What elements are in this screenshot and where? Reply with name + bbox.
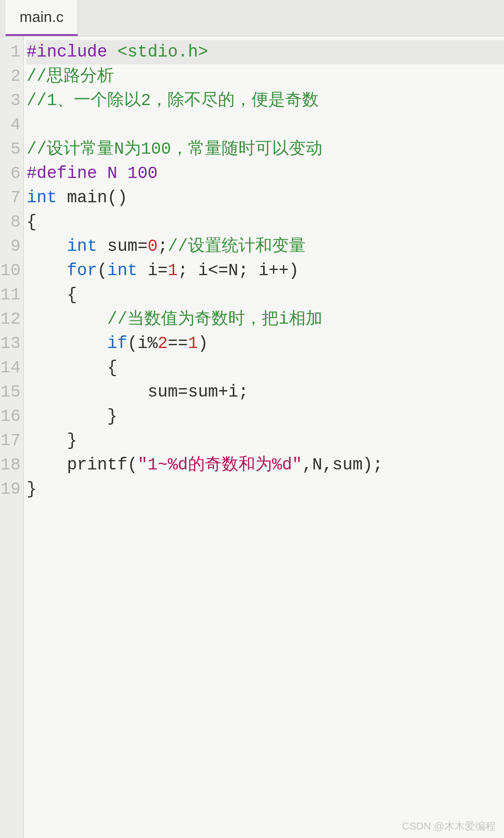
line-number: 4 bbox=[0, 113, 23, 137]
code-token: //设置统计和变量 bbox=[168, 234, 305, 259]
code-token: i= bbox=[138, 259, 168, 283]
code-editor: 12345678910111213141516171819 #include <… bbox=[0, 36, 504, 838]
code-token: { bbox=[27, 210, 37, 234]
code-line[interactable]: printf("1~%d的奇数和为%d",N,sum); bbox=[27, 453, 504, 477]
code-token: ) bbox=[198, 332, 208, 356]
watermark: CSDN @木木爱编程 bbox=[402, 819, 496, 833]
code-token bbox=[27, 307, 107, 332]
code-token: 0 bbox=[147, 234, 158, 259]
line-number: 13 bbox=[0, 332, 23, 356]
code-token: 2 bbox=[158, 332, 168, 356]
code-line[interactable]: } bbox=[27, 405, 504, 429]
code-token: ( bbox=[97, 259, 107, 283]
line-number-gutter: 12345678910111213141516171819 bbox=[0, 36, 23, 838]
code-token: { bbox=[27, 283, 77, 307]
line-number: 15 bbox=[0, 380, 23, 405]
code-token: sum= bbox=[97, 234, 147, 259]
code-token: ,N,sum); bbox=[302, 453, 383, 477]
line-number: 17 bbox=[0, 429, 23, 453]
code-token: #define N 100 bbox=[27, 162, 158, 186]
code-token: main() bbox=[57, 186, 127, 210]
code-line[interactable]: { bbox=[27, 210, 504, 234]
tab-main-c[interactable]: main.c bbox=[6, 0, 78, 36]
code-token: //思路分析 bbox=[27, 64, 114, 89]
line-number: 18 bbox=[0, 453, 23, 477]
tab-bar: main.c bbox=[0, 0, 504, 36]
code-line[interactable]: { bbox=[27, 283, 504, 307]
code-line[interactable]: //当数值为奇数时，把i相加 bbox=[27, 307, 504, 332]
line-number: 3 bbox=[0, 89, 23, 113]
line-number: 7 bbox=[0, 186, 23, 210]
code-token: int bbox=[27, 186, 57, 210]
line-number: 11 bbox=[0, 283, 23, 307]
line-number: 16 bbox=[0, 405, 23, 429]
code-token bbox=[27, 234, 67, 259]
code-token: ; bbox=[158, 234, 168, 259]
code-token: <stdio.h> bbox=[117, 40, 208, 64]
line-number: 5 bbox=[0, 137, 23, 162]
code-token: == bbox=[168, 332, 188, 356]
code-token: ; i<=N; i++) bbox=[178, 259, 299, 283]
code-token: printf( bbox=[27, 453, 138, 477]
code-line[interactable]: { bbox=[27, 356, 504, 380]
code-token: int bbox=[67, 234, 97, 259]
code-token: #include bbox=[27, 40, 117, 64]
code-line[interactable]: //思路分析 bbox=[27, 64, 504, 89]
code-line[interactable]: int main() bbox=[27, 186, 504, 210]
code-line[interactable]: } bbox=[27, 477, 504, 502]
code-token: //1、一个除以2，除不尽的，便是奇数 bbox=[27, 89, 319, 113]
code-token bbox=[27, 259, 67, 283]
code-line[interactable]: for(int i=1; i<=N; i++) bbox=[27, 259, 504, 283]
line-number: 8 bbox=[0, 210, 23, 234]
code-token: //设计常量N为100，常量随时可以变动 bbox=[27, 137, 322, 162]
code-token: if bbox=[107, 332, 127, 356]
code-line[interactable]: } bbox=[27, 429, 504, 453]
code-token: "1~%d的奇数和为%d" bbox=[138, 453, 302, 477]
code-line[interactable]: //1、一个除以2，除不尽的，便是奇数 bbox=[27, 89, 504, 113]
code-token: int bbox=[107, 259, 138, 283]
code-line[interactable]: //设计常量N为100，常量随时可以变动 bbox=[27, 137, 504, 162]
code-line[interactable]: sum=sum+i; bbox=[27, 380, 504, 405]
line-number: 6 bbox=[0, 162, 23, 186]
line-number: 10 bbox=[0, 259, 23, 283]
code-token: } bbox=[27, 429, 77, 453]
code-line[interactable]: if(i%2==1) bbox=[27, 332, 504, 356]
code-line[interactable]: int sum=0;//设置统计和变量 bbox=[27, 234, 504, 259]
code-token: { bbox=[27, 356, 117, 380]
code-token: } bbox=[27, 405, 117, 429]
code-token: } bbox=[27, 477, 37, 502]
code-line[interactable] bbox=[27, 113, 504, 137]
code-line[interactable]: #define N 100 bbox=[27, 162, 504, 186]
line-number: 2 bbox=[0, 64, 23, 89]
line-number: 14 bbox=[0, 356, 23, 380]
code-token: sum=sum+i; bbox=[27, 380, 248, 405]
code-token: //当数值为奇数时，把i相加 bbox=[107, 307, 322, 332]
line-number: 19 bbox=[0, 477, 23, 502]
code-token: (i% bbox=[127, 332, 158, 356]
code-line[interactable]: #include <stdio.h> bbox=[27, 40, 504, 64]
line-number: 1 bbox=[0, 40, 23, 64]
code-token: 1 bbox=[188, 332, 198, 356]
line-number: 9 bbox=[0, 234, 23, 259]
code-token bbox=[27, 332, 107, 356]
code-area[interactable]: #include <stdio.h>//思路分析//1、一个除以2，除不尽的，便… bbox=[23, 36, 504, 838]
code-token: 1 bbox=[168, 259, 178, 283]
code-token: for bbox=[67, 259, 97, 283]
line-number: 12 bbox=[0, 307, 23, 332]
